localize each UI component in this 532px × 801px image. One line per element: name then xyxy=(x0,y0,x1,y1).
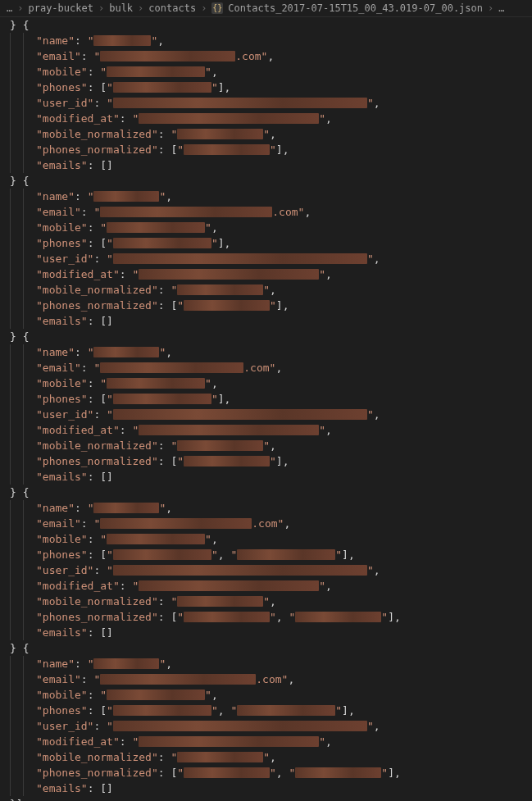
comma: , xyxy=(166,500,172,516)
quote: " xyxy=(367,407,374,422)
comma: , xyxy=(270,594,276,609)
redacted-value xyxy=(139,113,319,124)
code-line[interactable]: "name": "", xyxy=(7,189,532,204)
code-line[interactable]: "phones_normalized": [""], xyxy=(7,298,532,313)
code-line[interactable]: "email": ".com", xyxy=(7,204,532,220)
redacted-value xyxy=(93,35,151,46)
redacted-value xyxy=(295,612,381,622)
breadcrumb-seg[interactable]: bulk xyxy=(109,1,133,16)
code-line[interactable]: "modified_at": "", xyxy=(7,422,532,438)
code-line[interactable]: "emails": [] xyxy=(7,781,532,796)
redacted-value xyxy=(100,362,243,373)
code-line[interactable]: } { xyxy=(7,329,532,344)
code-line[interactable]: "name": "", xyxy=(7,656,532,671)
code-line[interactable]: } { xyxy=(7,485,532,500)
breadcrumb-overflow[interactable]: … xyxy=(498,1,504,16)
breadcrumb-seg[interactable]: pray-bucket xyxy=(28,1,93,16)
code-line[interactable]: "name": "", xyxy=(7,500,532,516)
redacted-value xyxy=(113,98,367,108)
json-key-emails: "emails" xyxy=(36,313,88,329)
code-line[interactable]: "name": "", xyxy=(7,33,532,48)
json-key-user-id: "user_id" xyxy=(36,95,93,111)
colon: : xyxy=(93,407,107,422)
code-line[interactable]: "phones": [""], xyxy=(7,235,532,251)
code-line[interactable]: "user_id": "", xyxy=(7,251,532,266)
comma: , xyxy=(374,95,380,111)
code-line[interactable]: "modified_at": "", xyxy=(7,578,532,594)
json-key-email: "email" xyxy=(36,48,81,64)
code-line[interactable]: "mobile_normalized": "", xyxy=(7,282,532,298)
code-line[interactable]: "user_id": "", xyxy=(7,407,532,422)
code-line[interactable]: "modified_at": "", xyxy=(7,111,532,126)
code-line[interactable]: "emails": [] xyxy=(7,157,532,173)
quote: " xyxy=(107,407,113,422)
code-line[interactable]: "phones": ["", ""], xyxy=(7,547,532,562)
code-line[interactable]: "mobile": "", xyxy=(7,375,532,391)
code-line[interactable]: "mobile_normalized": "", xyxy=(7,126,532,142)
comma: , xyxy=(270,749,276,765)
code-line[interactable]: "phones_normalized": [""], xyxy=(7,453,532,469)
code-line[interactable]: "email": ".com", xyxy=(7,516,532,531)
code-line[interactable]: "mobile": "", xyxy=(7,64,532,80)
code-line[interactable]: "email": ".com", xyxy=(7,48,532,64)
quote: " xyxy=(107,80,113,95)
code-line[interactable]: "mobile_normalized": "", xyxy=(7,749,532,765)
code-line[interactable]: "phones": [""], xyxy=(7,80,532,95)
code-line[interactable]: "phones_normalized": [""], xyxy=(7,142,532,157)
code-line[interactable]: "emails": [] xyxy=(7,625,532,640)
quote: " xyxy=(319,266,325,282)
code-line[interactable]: "email": ".com", xyxy=(7,360,532,375)
code-line[interactable]: "name": "", xyxy=(7,344,532,360)
code-line[interactable]: "phones": [""], xyxy=(7,391,532,407)
code-line[interactable]: } { xyxy=(7,640,532,656)
breadcrumb-file[interactable]: Contacts_2017-07-15T15_00_43.019-07_00.j… xyxy=(228,1,483,16)
redacted-value xyxy=(184,300,270,311)
quote: " xyxy=(159,189,166,204)
redacted-value xyxy=(113,721,367,731)
code-line[interactable]: "user_id": "", xyxy=(7,718,532,734)
json-key-modified-at: "modified_at" xyxy=(36,422,120,438)
empty-array: [] xyxy=(100,157,113,173)
json-key-name: "name" xyxy=(36,33,75,48)
colon: : xyxy=(120,266,133,282)
code-line[interactable]: "mobile": "", xyxy=(7,220,532,235)
colon: : xyxy=(81,48,94,64)
redacted-value xyxy=(139,269,319,280)
code-line[interactable]: "phones_normalized": ["", ""], xyxy=(7,609,532,625)
redacted-value xyxy=(93,347,159,357)
code-line[interactable]: "phones": ["", ""], xyxy=(7,703,532,718)
code-line[interactable]: "phones_normalized": ["", ""], xyxy=(7,765,532,781)
comma: , xyxy=(218,703,231,718)
code-line[interactable]: "user_id": "", xyxy=(7,95,532,111)
code-line[interactable]: "modified_at": "", xyxy=(7,734,532,749)
code-line[interactable]: "mobile": "", xyxy=(7,687,532,703)
json-key-user-id: "user_id" xyxy=(36,251,93,266)
code-line[interactable]: "mobile": "", xyxy=(7,531,532,547)
code-line[interactable]: "modified_at": "", xyxy=(7,266,532,282)
code-line[interactable]: }] xyxy=(7,796,532,801)
code-line[interactable]: "user_id": "", xyxy=(7,562,532,578)
rbracket: ], xyxy=(218,80,231,95)
quote: " xyxy=(132,266,139,282)
json-key-user-id: "user_id" xyxy=(36,718,93,734)
code-line[interactable]: "mobile_normalized": "", xyxy=(7,438,532,453)
quote: " xyxy=(107,547,113,562)
code-line[interactable]: "email": ".com", xyxy=(7,671,532,687)
colon: : xyxy=(88,703,101,718)
breadcrumb-seg[interactable]: contacts xyxy=(148,1,196,16)
colon: : xyxy=(88,235,101,251)
breadcrumb-seg[interactable]: … xyxy=(7,1,12,16)
colon: : xyxy=(75,189,88,204)
json-key-phones-normalized: "phones_normalized" xyxy=(36,765,158,781)
code-line[interactable]: "mobile_normalized": "", xyxy=(7,594,532,609)
code-editor[interactable]: } {"name": "","email": ".com","mobile": … xyxy=(0,17,532,801)
code-line[interactable]: "emails": [] xyxy=(7,469,532,485)
breadcrumb[interactable]: … › pray-bucket › bulk › contacts › {} C… xyxy=(0,0,532,17)
code-line[interactable]: "emails": [] xyxy=(7,313,532,329)
json-key-modified-at: "modified_at" xyxy=(36,578,120,594)
comma: , xyxy=(325,111,332,126)
code-line[interactable]: } { xyxy=(7,17,532,33)
lbracket: [ xyxy=(171,609,177,625)
code-line[interactable]: } { xyxy=(7,173,532,189)
colon: : xyxy=(120,422,133,438)
